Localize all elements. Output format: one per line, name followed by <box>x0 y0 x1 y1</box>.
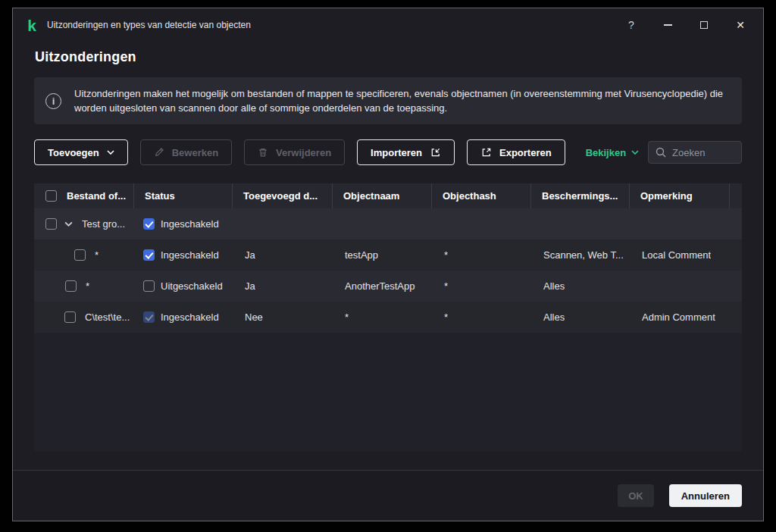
row-name: * <box>95 249 99 261</box>
close-button[interactable]: ✕ <box>728 14 753 36</box>
import-icon <box>430 147 441 158</box>
cell-comment: Local Comment <box>642 249 711 261</box>
table-row[interactable]: C\test\te... Ingeschakeld Nee * * Alles … <box>34 302 742 333</box>
toolbar: Toevoegen Bewerken Verwijderen Importere… <box>34 139 742 165</box>
table-row[interactable]: * Ingeschakeld Ja testApp * Scannen, Web… <box>34 239 742 271</box>
info-banner: i Uitzonderingen maken het mogelijk om b… <box>34 77 742 124</box>
column-header-spacer <box>730 183 743 208</box>
exclusions-dialog-window: k Uitzonderingen en types van detectie v… <box>12 8 764 521</box>
import-button[interactable]: Importeren <box>357 139 455 165</box>
cell-added-by: Nee <box>245 311 263 323</box>
column-header-file: Bestand of... <box>34 183 134 208</box>
row-name: C\test\te... <box>85 311 130 323</box>
column-header-file-label: Bestand of... <box>67 190 126 202</box>
import-button-label: Importeren <box>371 147 422 158</box>
cell-object-name: * <box>345 311 349 323</box>
row-select-checkbox[interactable] <box>45 218 57 230</box>
row-name: * <box>86 280 89 292</box>
export-button-label: Exporteren <box>499 147 552 158</box>
cell-protection: Alles <box>543 280 565 292</box>
row-name: Test gro... <box>82 218 125 230</box>
close-icon: ✕ <box>736 19 745 31</box>
view-button[interactable]: Bekijken <box>586 147 639 158</box>
row-select-checkbox[interactable] <box>64 311 76 323</box>
column-header-comment: Opmerking <box>630 183 730 208</box>
minimize-button[interactable] <box>656 14 680 36</box>
edit-button[interactable]: Bewerken <box>140 139 232 165</box>
delete-button[interactable]: Verwijderen <box>244 139 345 165</box>
cell-object-hash: * <box>444 311 448 323</box>
dialog-footer: OK Annuleren <box>13 470 763 521</box>
cell-added-by: Ja <box>245 249 255 261</box>
cell-object-name: testApp <box>345 249 378 261</box>
cell-object-hash: * <box>444 249 448 261</box>
cancel-button[interactable]: Annuleren <box>669 484 742 507</box>
export-icon <box>480 147 492 158</box>
row-select-checkbox[interactable] <box>65 280 77 292</box>
ok-button[interactable]: OK <box>618 484 654 507</box>
pencil-icon <box>154 147 164 158</box>
window-controls: ? ✕ <box>607 14 753 36</box>
export-button[interactable]: Exporteren <box>467 139 565 165</box>
search-icon <box>655 146 667 158</box>
edit-button-label: Bewerken <box>172 147 218 158</box>
add-button[interactable]: Toevoegen <box>34 139 128 165</box>
status-label: Ingeschakeld <box>161 218 219 230</box>
status-checkbox-locked[interactable] <box>143 311 155 323</box>
column-header-object-name: Objectnaam <box>333 183 432 208</box>
cell-object-name: AnotherTestApp <box>345 280 415 292</box>
delete-button-label: Verwijderen <box>276 147 331 158</box>
trash-icon <box>258 147 268 158</box>
view-button-label: Bekijken <box>586 147 626 158</box>
chevron-down-icon <box>631 150 639 155</box>
select-all-checkbox[interactable] <box>45 190 57 202</box>
info-icon: i <box>45 93 61 109</box>
minimize-icon <box>664 24 672 26</box>
status-label: Ingeschakeld <box>161 249 219 261</box>
cell-protection: Scannen, Web T... <box>543 249 624 261</box>
maximize-button[interactable] <box>692 14 716 36</box>
kaspersky-logo-icon: k <box>24 17 39 33</box>
cell-object-hash: * <box>444 280 448 292</box>
column-header-added-by: Toegevoegd d... <box>233 183 333 208</box>
status-checkbox[interactable] <box>143 218 155 230</box>
exclusions-table: Bestand of... Status Toegevoegd d... Obj… <box>34 183 742 452</box>
help-button[interactable]: ? <box>619 14 643 36</box>
add-button-label: Toevoegen <box>48 147 99 158</box>
cell-protection: Alles <box>543 311 565 323</box>
status-checkbox[interactable] <box>143 280 155 292</box>
row-select-checkbox[interactable] <box>74 249 86 261</box>
cell-added-by: Ja <box>245 280 255 292</box>
column-header-protection: Beschermings... <box>531 183 630 208</box>
maximize-icon <box>700 21 708 29</box>
page-title: Uitzonderingen <box>35 49 763 65</box>
info-text: Uitzonderingen maken het mogelijk om bes… <box>74 86 726 115</box>
table-row-group[interactable]: Test gro... Ingeschakeld <box>34 208 742 239</box>
table-row[interactable]: * Uitgeschakeld Ja AnotherTestApp * Alle… <box>34 271 742 302</box>
column-header-object-hash: Objecthash <box>432 183 531 208</box>
chevron-down-icon <box>107 150 114 155</box>
status-label: Ingeschakeld <box>161 311 219 323</box>
chevron-down-icon[interactable] <box>64 221 73 227</box>
status-label: Uitgeschakeld <box>161 280 223 292</box>
search-box <box>648 141 742 164</box>
status-checkbox[interactable] <box>143 249 155 261</box>
window-title: Uitzonderingen en types van detectie van… <box>47 20 251 30</box>
table-header-row: Bestand of... Status Toegevoegd d... Obj… <box>34 183 742 208</box>
column-header-status: Status <box>134 183 233 208</box>
titlebar: k Uitzonderingen en types van detectie v… <box>13 8 763 42</box>
cell-comment: Admin Comment <box>642 311 715 323</box>
